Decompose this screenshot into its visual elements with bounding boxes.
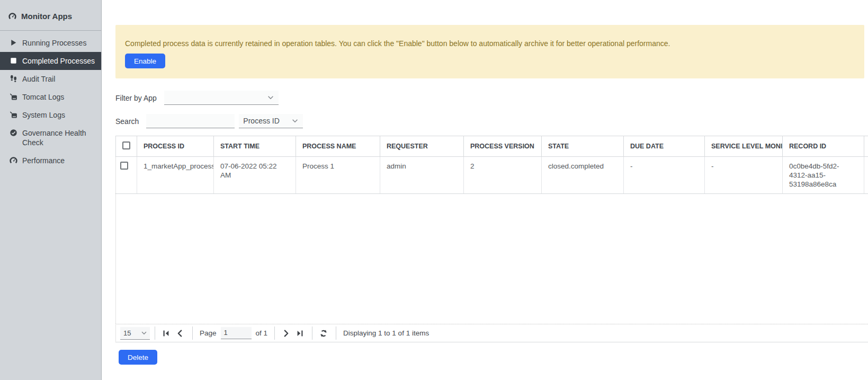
refresh-button[interactable]: [318, 328, 330, 339]
sidebar-item-label: Completed Processes: [22, 56, 95, 66]
app-window: Monitor Apps Running Processes Completed…: [0, 0, 868, 380]
sidebar-item-running-processes[interactable]: Running Processes: [0, 34, 101, 52]
col-state[interactable]: STATE: [542, 136, 624, 157]
cell-process-version: 2: [464, 157, 542, 194]
cell-record-id: 0c0be4db-5fd2-4312-aa15-53198a86e8ca: [783, 157, 864, 194]
col-process-name[interactable]: PROCESS NAME: [296, 136, 380, 157]
cell-extra: [864, 157, 868, 194]
pagination-status: Displaying 1 to 1 of 1 items: [343, 329, 429, 337]
col-record-id[interactable]: RECORD ID: [783, 136, 864, 157]
page-of-label: of 1: [256, 329, 268, 337]
col-extra: [864, 136, 868, 157]
page-size-value: 15: [123, 329, 131, 337]
sidebar-item-label: Audit Trail: [22, 74, 55, 84]
divider: [192, 326, 193, 340]
cell-requester: admin: [380, 157, 464, 194]
log-pen-icon: [10, 93, 17, 101]
select-all-checkbox[interactable]: [122, 142, 130, 149]
page-number-input[interactable]: 1: [221, 327, 252, 339]
page-size-select[interactable]: 15: [120, 327, 150, 340]
table-row[interactable]: 1_marketApp_process 07-06-2022 05:22 AM …: [116, 157, 868, 194]
first-page-button[interactable]: [161, 328, 173, 339]
sidebar: Monitor Apps Running Processes Completed…: [0, 0, 102, 380]
cell-process-id: 1_marketApp_process: [137, 157, 214, 194]
page-label: Page: [200, 329, 217, 337]
pagination-bar: 15 Page 1 of 1: [115, 324, 868, 342]
completed-processes-grid: PROCESS ID START TIME PROCESS NAME REQUE…: [115, 136, 868, 342]
gauge-icon: [8, 12, 16, 20]
cell-state: closed.completed: [542, 157, 624, 194]
sidebar-item-performance[interactable]: Performance: [0, 152, 101, 170]
prev-page-button[interactable]: [175, 328, 186, 339]
check-circle-icon: [10, 129, 17, 137]
cell-process-name: Process 1: [296, 157, 380, 194]
archive-notice-banner: Completed process data is currently reta…: [115, 25, 864, 78]
sidebar-item-governance-health-check[interactable]: Governance Health Check: [0, 124, 101, 152]
sidebar-item-tomcat-logs[interactable]: Tomcat Logs: [0, 88, 101, 106]
banner-message: Completed process data is currently reta…: [125, 39, 854, 48]
search-label: Search: [115, 117, 139, 128]
search-input[interactable]: [146, 114, 235, 128]
search-row: Search Process ID: [115, 113, 868, 128]
main-content: Completed process data is currently reta…: [102, 0, 868, 380]
col-requester[interactable]: REQUESTER: [380, 136, 464, 157]
sidebar-item-label: System Logs: [22, 110, 65, 120]
col-service-level[interactable]: SERVICE LEVEL MONITORING: [705, 136, 783, 157]
chevron-down-icon: [291, 117, 299, 125]
log-pen-icon: [10, 111, 17, 119]
gauge-icon: [10, 156, 17, 164]
col-due-date[interactable]: DUE DATE: [624, 136, 705, 157]
next-page-icon: [282, 329, 290, 338]
stop-square-icon: [10, 57, 17, 65]
filter-by-app-label: Filter by App: [115, 94, 157, 105]
sidebar-title-label: Monitor Apps: [21, 12, 72, 21]
first-page-icon: [162, 329, 171, 338]
search-field-value: Process ID: [243, 117, 279, 125]
cell-due-date: -: [624, 157, 705, 194]
divider: [336, 326, 336, 340]
process-table: PROCESS ID START TIME PROCESS NAME REQUE…: [115, 136, 868, 194]
sidebar-item-label: Governance Health Check: [22, 128, 96, 147]
sidebar-title: Monitor Apps: [0, 0, 101, 30]
cell-service-level: -: [705, 157, 783, 194]
sidebar-item-system-logs[interactable]: System Logs: [0, 106, 101, 124]
sidebar-nav: Running Processes Completed Processes Au…: [0, 31, 101, 170]
sidebar-item-audit-trail[interactable]: Audit Trail: [0, 70, 101, 88]
divider: [274, 326, 275, 340]
divider: [312, 326, 312, 340]
last-page-icon: [296, 329, 304, 338]
cell-start-time: 07-06-2022 05:22 AM: [214, 157, 296, 194]
table-header-row: PROCESS ID START TIME PROCESS NAME REQUE…: [116, 136, 868, 157]
last-page-button[interactable]: [294, 328, 306, 339]
footprints-icon: [10, 75, 17, 83]
col-process-version[interactable]: PROCESS VERSION: [464, 136, 542, 157]
filter-by-app-select[interactable]: [164, 91, 279, 105]
grid-empty-area: [115, 194, 868, 324]
col-start-time[interactable]: START TIME: [214, 136, 296, 157]
next-page-button[interactable]: [281, 328, 292, 339]
sidebar-item-label: Tomcat Logs: [22, 92, 64, 102]
sidebar-item-label: Performance: [22, 156, 65, 165]
search-field-select[interactable]: Process ID: [239, 114, 303, 128]
enable-button[interactable]: Enable: [125, 54, 165, 68]
delete-button[interactable]: Delete: [119, 350, 157, 365]
refresh-icon: [319, 329, 328, 338]
chevron-down-icon: [140, 329, 148, 337]
sidebar-item-completed-processes[interactable]: Completed Processes: [0, 52, 101, 70]
col-process-id[interactable]: PROCESS ID: [137, 136, 214, 157]
sidebar-item-label: Running Processes: [22, 38, 86, 48]
filter-by-app-row: Filter by App: [115, 90, 868, 105]
prev-page-icon: [176, 329, 184, 338]
divider: [155, 326, 155, 340]
play-icon: [10, 39, 17, 47]
chevron-down-icon: [267, 94, 274, 101]
row-checkbox[interactable]: [120, 162, 128, 170]
